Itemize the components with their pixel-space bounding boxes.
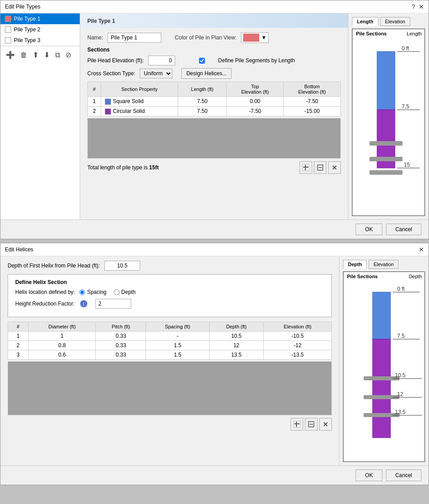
spacing-label: Spacing — [87, 289, 106, 295]
cell-bot-elev: -7.50 — [283, 97, 340, 107]
depth-first-helix-label: Depth of First Helix from Pile Head (ft)… — [8, 263, 100, 269]
radio-group: Spacing Depth — [79, 289, 135, 295]
helix-action-row — [8, 415, 332, 433]
delete-section-button[interactable] — [328, 161, 341, 174]
pile-detail-header: Pile Type 1 — [80, 13, 348, 28]
copy-pile-button[interactable]: ⧉ — [54, 50, 61, 60]
cross-section-select[interactable]: Uniform — [140, 69, 172, 78]
add-pile-button[interactable]: ➕ — [5, 50, 16, 60]
cell-num: 3 — [8, 350, 29, 360]
cell-num: 1 — [88, 97, 101, 107]
tab-length[interactable]: Length — [352, 17, 378, 26]
svg-rect-15 — [369, 170, 403, 175]
svg-rect-9 — [377, 52, 395, 110]
cell-spacing: - — [146, 332, 209, 341]
helix-table-empty-area — [8, 362, 332, 415]
cell-top-elev: -7.50 — [227, 106, 283, 116]
table-action-icons — [300, 161, 341, 174]
name-color-row: Name: Color of Pile in Plan View: ▼ — [87, 32, 341, 43]
cell-diameter: 0.6 — [28, 350, 96, 360]
cancel-button[interactable]: Cancel — [386, 224, 421, 235]
ok-button[interactable]: OK — [356, 224, 382, 235]
pile-list-item[interactable]: Pile Type 1 — [0, 13, 80, 24]
col-header-length: Length (ft) — [178, 82, 227, 97]
delete-pile-button[interactable]: 🗑 — [19, 50, 28, 60]
depth-radio[interactable] — [114, 289, 120, 295]
col-header-num: # — [8, 322, 29, 332]
cell-depth: 12 — [209, 341, 263, 350]
col-header-diameter: Diameter (ft) — [28, 322, 96, 332]
pile-color-box — [5, 16, 11, 22]
cell-length: 7.50 — [178, 106, 227, 116]
edit-helix-button[interactable] — [305, 418, 317, 431]
spacing-radio[interactable] — [79, 289, 85, 295]
table-row[interactable]: 2 0.8 0.33 1.5 12 -12 — [8, 341, 332, 350]
pile-diagram-panel: Length Elevation Pile Sections Length 0 … — [348, 13, 429, 220]
dialog1-titlebar: Edit Pile Types ? ✕ — [0, 0, 429, 13]
svg-text:15: 15 — [404, 162, 410, 168]
define-segments-row: Define Pile Segments by Length — [189, 57, 295, 64]
cell-spacing: 1.5 — [146, 350, 209, 360]
tab-depth[interactable]: Depth — [343, 260, 367, 269]
dialog2-cancel-button[interactable]: Cancel — [386, 470, 421, 481]
cell-spacing: 1.5 — [146, 341, 209, 350]
color-dropdown-arrow[interactable]: ▼ — [261, 34, 266, 41]
add-section-button[interactable] — [300, 161, 312, 174]
svg-text:0 ft: 0 ft — [397, 286, 405, 292]
svg-rect-14 — [369, 157, 403, 161]
diagram-length-label: Length — [407, 31, 422, 36]
helix-pile-diagram: Pile Sections Depth 0 ft 7.5 10. — [343, 271, 425, 462]
pile-head-input[interactable] — [148, 56, 175, 65]
svg-rect-1 — [305, 165, 306, 170]
dialog2-titlebar: Edit Helices ✕ — [0, 243, 429, 256]
svg-text:10.5: 10.5 — [395, 372, 406, 379]
move-down-pile-button[interactable]: ⬇ — [43, 50, 51, 60]
edit-pile-types-dialog: Edit Pile Types ? ✕ Pile Type 1 Pile Typ… — [0, 0, 429, 239]
dialog2-left-panel: Depth of First Helix from Pile Head (ft)… — [0, 256, 339, 465]
tab-elevation[interactable]: Elevation — [380, 17, 410, 26]
helix-table: # Diameter (ft) Pitch (ft) Spacing (ft) … — [8, 322, 332, 360]
svg-text:13.5: 13.5 — [395, 409, 406, 415]
table-row[interactable]: 1 1 0.33 - 10.5 -10.5 — [8, 332, 332, 341]
define-helix-section-box: Define Helix Section Helix location defi… — [8, 274, 332, 317]
filter-pile-button[interactable]: ⊘ — [64, 50, 72, 60]
cell-num: 2 — [8, 341, 29, 350]
depth-first-helix-input[interactable] — [104, 261, 140, 271]
color-picker[interactable]: ▼ — [241, 32, 269, 43]
define-helix-section-title: Define Helix Section — [15, 279, 324, 285]
depth-radio-option[interactable]: Depth — [114, 289, 136, 295]
pile-sections-diagram: Pile Sections Length 0 ft 7.5 — [352, 29, 425, 216]
add-helix-button[interactable] — [291, 418, 303, 431]
spacing-radio-option[interactable]: Spacing — [79, 289, 106, 295]
info-icon[interactable]: i — [80, 300, 87, 307]
define-segments-checkbox[interactable] — [189, 58, 215, 64]
delete-helix-button[interactable] — [319, 418, 332, 431]
design-helices-button[interactable]: Design Helices... — [181, 68, 232, 79]
pile-color-box — [5, 26, 11, 33]
pile-list-item[interactable]: Pile Type 2 — [0, 24, 80, 35]
height-reduction-input[interactable] — [95, 299, 131, 309]
depth-first-helix-row: Depth of First Helix from Pile Head (ft)… — [8, 261, 332, 271]
cross-section-row: Cross Section Type: Uniform Design Helic… — [87, 68, 341, 79]
pile-head-row: Pile Head Elevation (ft): Define Pile Se… — [87, 56, 341, 65]
cell-depth: 10.5 — [209, 332, 263, 341]
pile-list-item[interactable]: Pile Type 3 — [0, 35, 80, 46]
name-input[interactable] — [107, 33, 161, 43]
table-row[interactable]: 2 Circular Solid 7.50 -7.50 -15.00 — [88, 106, 341, 116]
cell-pitch: 0.33 — [96, 341, 146, 350]
dialog1-close-button[interactable]: ✕ — [419, 3, 424, 10]
dialog2-close-button[interactable]: ✕ — [419, 246, 424, 253]
name-label: Name: — [87, 34, 103, 41]
edit-section-button[interactable] — [314, 161, 326, 174]
dialog1-help-button[interactable]: ? — [412, 3, 415, 10]
table-row[interactable]: 3 0.6 0.33 1.5 13.5 -13.5 — [8, 350, 332, 360]
diagram2-title: Pile Sections — [347, 274, 378, 279]
pile-list-label: Pile Type 2 — [14, 26, 40, 33]
tab-elevation[interactable]: Elevation — [369, 260, 399, 269]
dialog2-ok-button[interactable]: OK — [356, 470, 382, 481]
pile-list-label: Pile Type 3 — [14, 37, 40, 43]
table-row[interactable]: 1 Square Solid 7.50 0.00 -7.50 — [88, 97, 341, 107]
cell-depth: 13.5 — [209, 350, 263, 360]
move-up-pile-button[interactable]: ⬆ — [32, 50, 39, 60]
cell-diameter: 0.8 — [28, 341, 96, 350]
